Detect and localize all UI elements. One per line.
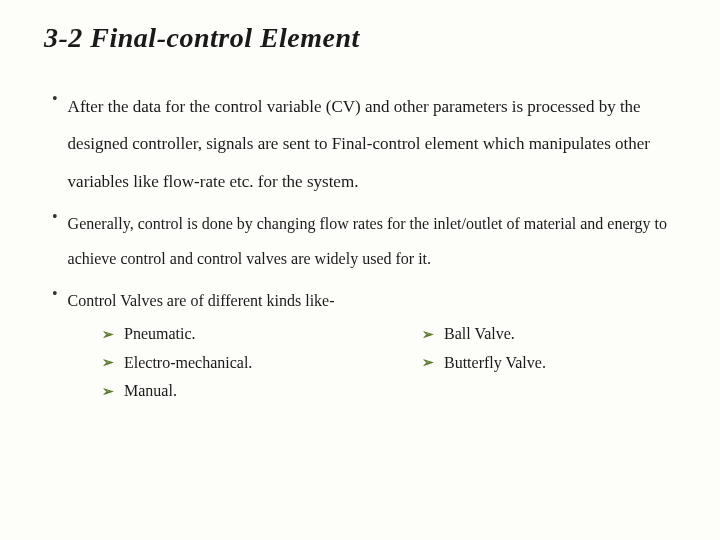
arrow-icon: ➢: [102, 350, 114, 375]
slide-title: 3-2 Final-control Element: [44, 22, 680, 54]
sub-label: Manual.: [124, 377, 177, 406]
sub-label: Butterfly Valve.: [444, 349, 546, 378]
sub-item: ➢ Electro-mechanical.: [102, 349, 422, 378]
arrow-icon: ➢: [102, 379, 114, 404]
bullet-icon: •: [52, 285, 58, 303]
bullet-item: • After the data for the control variabl…: [52, 88, 680, 200]
bullet-list: • After the data for the control variabl…: [44, 88, 680, 406]
bullet-icon: •: [52, 208, 58, 226]
sub-label: Pneumatic.: [124, 320, 196, 349]
bullet-item: • Control Valves are of different kinds …: [52, 283, 680, 318]
arrow-icon: ➢: [422, 350, 434, 375]
bullet-text: After the data for the control variable …: [68, 88, 680, 200]
arrow-icon: ➢: [422, 322, 434, 347]
bullet-text: Generally, control is done by changing f…: [68, 206, 680, 276]
sub-item: ➢ Ball Valve.: [422, 320, 680, 349]
sub-label: Ball Valve.: [444, 320, 515, 349]
sub-label: Electro-mechanical.: [124, 349, 252, 378]
bullet-icon: •: [52, 90, 58, 108]
arrow-icon: ➢: [102, 322, 114, 347]
sub-list-columns: ➢ Pneumatic. ➢ Electro-mechanical. ➢ Man…: [52, 320, 680, 406]
bullet-item: • Generally, control is done by changing…: [52, 206, 680, 276]
sub-column-right: ➢ Ball Valve. ➢ Butterfly Valve.: [422, 320, 680, 406]
sub-item: ➢ Pneumatic.: [102, 320, 422, 349]
sub-item: ➢ Manual.: [102, 377, 422, 406]
sub-column-left: ➢ Pneumatic. ➢ Electro-mechanical. ➢ Man…: [52, 320, 422, 406]
slide: 3-2 Final-control Element • After the da…: [0, 0, 720, 426]
sub-item: ➢ Butterfly Valve.: [422, 349, 680, 378]
bullet-text: Control Valves are of different kinds li…: [68, 283, 335, 318]
